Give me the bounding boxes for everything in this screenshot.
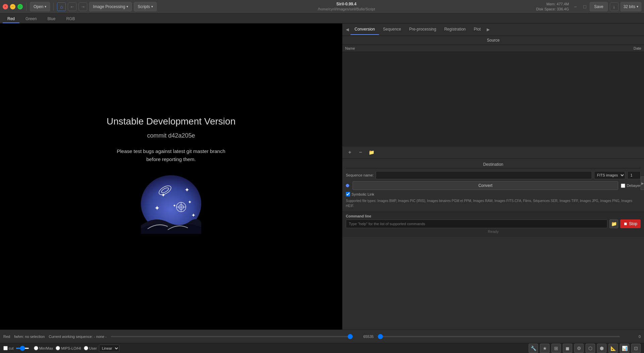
tool-icon-8[interactable]: 📐 [608, 344, 618, 353]
tool-icon-1[interactable]: 🔧 [529, 344, 538, 353]
minmax-radio-input[interactable] [34, 346, 38, 350]
user-radio[interactable]: User [84, 346, 97, 350]
open-button[interactable]: Open ▾ [30, 2, 50, 11]
convert-radio-dot [346, 184, 349, 187]
format-select[interactable]: FITS images SER AVI [594, 171, 625, 179]
user-radio-input[interactable] [84, 346, 88, 350]
supported-types-row: Supported file types: Images BMP, Images… [346, 198, 641, 208]
minimize-button[interactable]: − [10, 4, 15, 9]
cmdline-input[interactable] [346, 219, 607, 228]
tool-icon-9[interactable]: 📊 [620, 344, 629, 353]
tool-icon-4[interactable]: ◼ [563, 344, 572, 353]
canvas-content: Unstable Development Version commit d42a… [0, 23, 342, 330]
right-expand-button[interactable]: ▶ [641, 176, 644, 190]
cmdline-folder-button[interactable]: 📁 [609, 219, 618, 228]
cut-label: cut [9, 346, 14, 350]
source-table-header: Name Date [342, 45, 644, 52]
stop-button[interactable]: ⏹ Stop [620, 219, 641, 228]
fwhm-label: fwhm: no selection [14, 335, 45, 339]
scripts-label: Scripts [138, 4, 150, 9]
tool-icon-5[interactable]: ⚙ [574, 344, 584, 353]
right-panel-scroll[interactable]: Source Name Date + − 📁 Destination Seque… [342, 36, 644, 330]
debayer-label: Debayer [627, 184, 641, 188]
ready-text: Ready [346, 228, 641, 235]
bits-label: 32 bits [624, 4, 635, 9]
close-button[interactable]: × [3, 4, 8, 9]
debayer-checkbox[interactable] [621, 184, 625, 188]
image-processing-button[interactable]: Image Processing ▾ [89, 2, 132, 11]
slider-container-2 [378, 336, 620, 337]
mips-label: MIPS-LO/HI [61, 346, 81, 350]
tab-sequence[interactable]: Sequence [379, 24, 405, 35]
tab-blue[interactable]: Blue [43, 15, 60, 23]
tool-icon-6[interactable]: ⬡ [586, 344, 595, 353]
home-icon: ⌂ [60, 4, 63, 9]
svg-text:✦: ✦ [191, 212, 196, 218]
right-panel: ◀ Conversion Sequence Pre-processing Reg… [342, 23, 644, 330]
svg-text:✦: ✦ [184, 187, 190, 193]
forward-icon: → [80, 4, 85, 9]
col-date-header: Date [614, 46, 641, 50]
seq-name-input[interactable] [376, 171, 592, 179]
tool-icon-2[interactable]: ★ [540, 344, 549, 353]
back-icon: ← [70, 4, 74, 9]
add-source-button[interactable]: + [346, 148, 354, 156]
mips-radio[interactable]: MIPS-LO/HI [56, 346, 81, 350]
tab-preprocessing[interactable]: Pre-processing [405, 24, 440, 35]
forward-button[interactable]: → [78, 2, 87, 11]
cut-slider[interactable] [16, 348, 29, 349]
user-label: User [89, 346, 97, 350]
tool-icon-3[interactable]: ⊞ [551, 344, 561, 353]
download-button[interactable]: ↓ [610, 2, 619, 11]
symbolic-link-checkbox[interactable] [346, 192, 350, 196]
panel-tabs-right-arrow[interactable]: ▶ [485, 23, 491, 36]
minmax-radio[interactable]: Min/Max [34, 346, 53, 350]
tab-green[interactable]: Green [21, 15, 41, 23]
tab-registration[interactable]: Registration [440, 24, 470, 35]
tool-icon-7[interactable]: ⬢ [597, 344, 606, 353]
tool-icon-10[interactable]: ⊡ [631, 344, 641, 353]
convert-button[interactable]: Convert [353, 181, 618, 190]
debayer-check: Debayer [621, 184, 641, 188]
folder-source-button[interactable]: 📁 [367, 148, 375, 156]
mem-label: Mem: 477.4M [536, 2, 569, 6]
tab-red[interactable]: Red [3, 15, 19, 23]
save-button[interactable]: Save [590, 2, 607, 11]
svg-text:✦: ✦ [188, 199, 192, 205]
bottom-toolbar: cut Min/Max MIPS-LO/HI User Linear 🔧 ★ ⊞… [0, 343, 644, 353]
cut-checkbox[interactable] [3, 346, 8, 350]
home-button[interactable]: ⌂ [57, 2, 66, 11]
histogram-slider-2[interactable] [378, 336, 620, 337]
maximize-button[interactable]: □ [17, 4, 23, 9]
histogram-slider[interactable] [111, 336, 353, 337]
expand-btn-2[interactable]: □ [582, 4, 588, 10]
disk-label: Disk Space: 336.4G [536, 7, 569, 11]
scripts-button[interactable]: Scripts ▾ [134, 2, 157, 11]
back-button[interactable]: ← [68, 2, 76, 11]
cmdline-row: 📁 ⏹ Stop [346, 219, 641, 228]
slider-container-1 [111, 336, 353, 337]
sequence-name-row: Sequence name: FITS images SER AVI [346, 171, 641, 179]
stop-icon: ⏹ [624, 221, 628, 226]
canvas-title: Unstable Development Version [107, 116, 235, 127]
image-processing-arrow-icon: ▾ [126, 5, 128, 8]
source-list[interactable] [342, 52, 644, 146]
tab-conversion[interactable]: Conversion [351, 24, 379, 35]
linear-select[interactable]: Linear [99, 345, 119, 352]
stop-label: Stop [629, 221, 637, 226]
tab-rgb[interactable]: RGB [61, 15, 79, 23]
tab-plot[interactable]: Plot [470, 24, 485, 35]
bits-arrow-icon: ▾ [637, 5, 638, 8]
remove-source-button[interactable]: − [357, 148, 365, 156]
title-center: Siril-0.99.4 /home/cyril/Images/siril/Bu… [159, 2, 534, 12]
panel-tabs-left-arrow[interactable]: ◀ [344, 23, 351, 36]
canvas-area: Unstable Development Version commit d42a… [0, 23, 342, 330]
mips-radio-input[interactable] [56, 346, 60, 350]
bits-button[interactable]: 32 bits ▾ [621, 2, 641, 11]
seq-number-input[interactable] [627, 171, 641, 179]
expand-collapse-btn[interactable]: − [572, 4, 578, 10]
galaxy-2 [176, 202, 186, 212]
symbolic-link-row: Symbolic Link [346, 192, 641, 196]
channel-tabs: Red Green Blue RGB [0, 13, 644, 23]
canvas-desc: Please test bugs against latest git mast… [117, 147, 225, 163]
